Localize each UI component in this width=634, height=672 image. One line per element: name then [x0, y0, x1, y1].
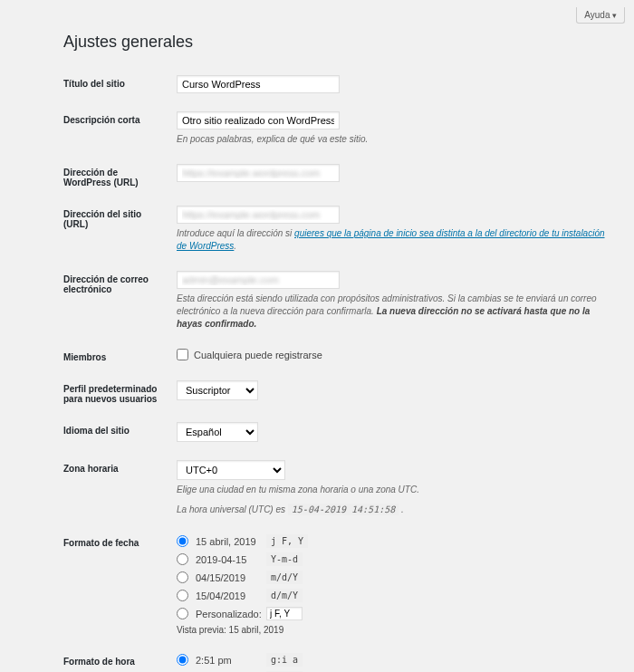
wp-url-input[interactable]: [177, 164, 340, 182]
email-input[interactable]: [177, 271, 340, 289]
date-format-label-2: 04/15/2019: [196, 572, 266, 583]
label-wp-url: Dirección de WordPress (URL): [63, 157, 177, 198]
date-format-radio-custom[interactable]: [177, 608, 188, 619]
date-format-custom-input[interactable]: [266, 607, 303, 620]
site-url-desc: Introduce aquí la dirección si quieres q…: [177, 227, 616, 253]
site-url-input[interactable]: [177, 206, 340, 224]
label-membership: Miembros: [63, 341, 177, 373]
label-time-format: Formato de hora: [63, 646, 177, 672]
label-site-url: Dirección del sitio (URL): [63, 198, 177, 264]
date-format-code-1: Y-m-d: [266, 552, 303, 566]
date-format-radio-2[interactable]: [177, 571, 188, 583]
tagline-input[interactable]: [177, 111, 340, 130]
date-format-label-0: 15 abril, 2019: [196, 536, 266, 547]
language-select[interactable]: Español: [177, 422, 258, 442]
label-tagline: Descripción corta: [63, 104, 177, 157]
page-title: Ajustes generales: [63, 33, 616, 52]
label-site-title: Título del sitio: [63, 68, 177, 104]
date-format-radio-3[interactable]: [177, 590, 188, 601]
timezone-select[interactable]: UTC+0: [177, 460, 285, 480]
date-format-label-3: 15/04/2019: [196, 590, 266, 601]
label-email: Dirección de correo electrónico: [63, 264, 177, 341]
help-button[interactable]: Ayuda: [576, 7, 625, 24]
label-default-role: Perfil predeterminado para nuevos usuari…: [63, 373, 177, 415]
label-timezone: Zona horaria: [63, 453, 177, 527]
date-format-preview: Vista previa: 15 abril, 2019: [177, 625, 616, 635]
date-format-radio-1[interactable]: [177, 553, 188, 565]
date-format-radio-0[interactable]: [177, 535, 188, 547]
date-format-custom-label: Personalizado:: [196, 609, 266, 619]
tagline-desc: En pocas palabras, explica de qué va est…: [177, 133, 616, 146]
date-format-label-1: 2019-04-15: [196, 554, 266, 565]
membership-checkbox-label: Cualquiera puede registrarse: [194, 350, 322, 360]
date-format-code-0: j F, Y: [266, 534, 308, 548]
email-desc: Esta dirección está siendo utilizada con…: [177, 293, 616, 331]
membership-checkbox[interactable]: [177, 349, 188, 360]
time-format-code-0: g:i a: [266, 653, 303, 667]
utc-time: La hora universal (UTC) es 15-04-2019 14…: [177, 504, 616, 516]
timezone-desc: Elige una ciudad en tu misma zona horari…: [177, 484, 616, 496]
date-format-code-2: m/d/Y: [266, 571, 303, 584]
site-title-input[interactable]: [177, 75, 340, 93]
default-role-select[interactable]: Suscriptor: [177, 380, 258, 400]
label-language: Idioma del sitio: [63, 415, 177, 453]
label-date-format: Formato de fecha: [63, 527, 177, 646]
date-format-code-3: d/m/Y: [266, 589, 303, 602]
time-format-label-0: 2:51 pm: [196, 655, 266, 666]
time-format-radio-0[interactable]: [177, 654, 188, 666]
